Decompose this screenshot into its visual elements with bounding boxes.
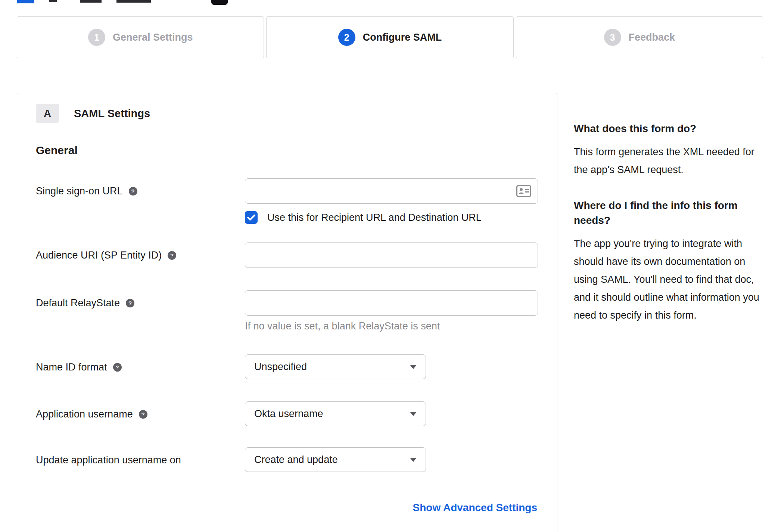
help-icon[interactable]: ? <box>139 410 147 419</box>
audience-uri-label: Audience URI (SP Entity ID) ? <box>36 242 245 262</box>
sso-url-row: Single sign-on URL ? <box>36 178 537 224</box>
step-label: General Settings <box>113 32 193 43</box>
recipient-url-checkbox[interactable] <box>245 211 258 224</box>
help-icon[interactable]: ? <box>129 187 137 195</box>
cutoff-title-artifact <box>49 0 57 2</box>
caret-down-icon <box>410 412 417 416</box>
audience-uri-row: Audience URI (SP Entity ID) ? <box>36 242 537 268</box>
audience-uri-input[interactable] <box>245 242 538 268</box>
wizard-stepper: 1 General Settings 2 Configure SAML 3 Fe… <box>17 16 763 58</box>
name-id-format-label: Name ID format ? <box>36 354 245 373</box>
name-id-format-row: Name ID format ? Unspecified <box>36 354 537 379</box>
caret-down-icon <box>410 458 417 462</box>
application-username-select[interactable]: Okta username <box>245 401 426 426</box>
panel-header: A SAML Settings <box>36 104 537 123</box>
application-username-row: Application username ? Okta username <box>36 401 537 426</box>
sidebar-question-2: Where do I find the info this form needs… <box>574 198 768 228</box>
cutoff-icon-artifact <box>211 0 228 5</box>
general-section-heading: General <box>36 144 537 157</box>
step-configure-saml[interactable]: 2 Configure SAML <box>266 16 513 58</box>
application-username-value: Okta username <box>254 408 323 420</box>
update-username-label: Update application username on <box>36 447 245 466</box>
sso-url-label: Single sign-on URL ? <box>36 178 245 197</box>
cutoff-logo-artifact <box>17 0 34 3</box>
relay-state-input[interactable] <box>245 290 538 316</box>
contact-card-icon[interactable] <box>516 185 531 197</box>
relay-state-row: Default RelayState ? If no value is set,… <box>36 290 537 332</box>
recipient-url-checkbox-label: Use this for Recipient URL and Destinati… <box>267 212 482 223</box>
step-number-badge: 1 <box>88 29 105 46</box>
application-username-label: Application username ? <box>36 401 245 420</box>
step-number-badge: 2 <box>338 29 355 46</box>
relay-state-label: Default RelayState ? <box>36 290 245 309</box>
section-badge: A <box>36 104 59 123</box>
caret-down-icon <box>410 365 417 369</box>
relay-state-helper-text: If no value is set, a blank RelayState i… <box>245 320 538 332</box>
name-id-format-select[interactable]: Unspecified <box>245 354 426 379</box>
sidebar-question-1: What does this form do? <box>574 121 768 136</box>
panel-title: SAML Settings <box>74 107 150 120</box>
sso-url-input[interactable] <box>245 178 538 204</box>
sidebar-answer-2: The app you're trying to integrate with … <box>574 235 768 324</box>
help-icon[interactable]: ? <box>126 299 134 307</box>
step-label: Feedback <box>629 32 675 43</box>
step-label: Configure SAML <box>363 32 442 43</box>
cutoff-title-artifact <box>80 0 102 3</box>
saml-settings-panel: A SAML Settings General Single sign-on U… <box>17 93 557 532</box>
update-username-row: Update application username on Create an… <box>36 447 537 472</box>
sidebar-answer-1: This form generates the XML needed for t… <box>574 143 768 179</box>
recipient-url-checkbox-row: Use this for Recipient URL and Destinati… <box>245 211 538 224</box>
update-username-select[interactable]: Create and update <box>245 447 426 472</box>
step-feedback[interactable]: 3 Feedback <box>516 16 763 58</box>
cutoff-title-artifact <box>116 0 151 3</box>
help-icon[interactable]: ? <box>168 251 176 260</box>
help-sidebar: What does this form do? This form genera… <box>574 121 768 344</box>
name-id-format-value: Unspecified <box>254 361 307 373</box>
show-advanced-settings-link[interactable]: Show Advanced Settings <box>413 502 537 514</box>
help-icon[interactable]: ? <box>113 363 122 372</box>
step-number-badge: 3 <box>604 29 621 46</box>
step-general-settings[interactable]: 1 General Settings <box>17 16 264 58</box>
update-username-value: Create and update <box>254 454 338 466</box>
